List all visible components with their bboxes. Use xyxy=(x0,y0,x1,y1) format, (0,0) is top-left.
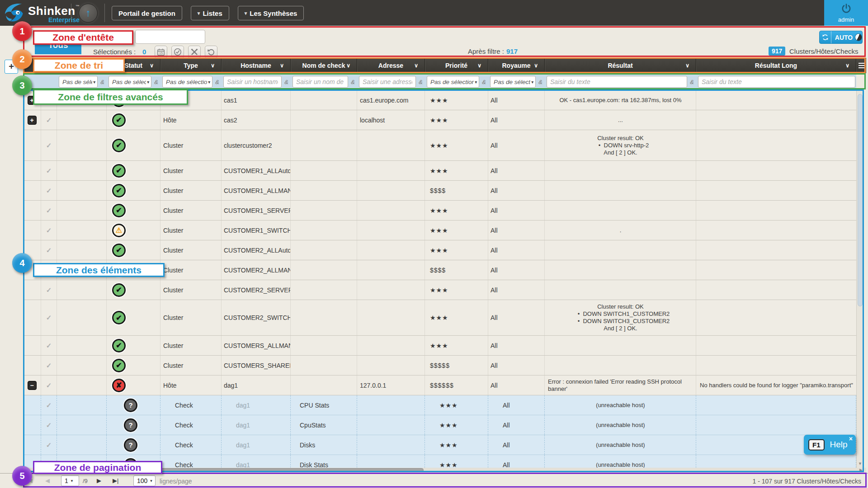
table-row[interactable]: ✓ Cluster CUSTOMER1_SERVERS ★★★ All xyxy=(23,201,856,221)
last-page-button[interactable]: ▶| xyxy=(113,477,118,484)
vertical-scrollbar[interactable]: ▼ xyxy=(856,90,863,468)
filter-select[interactable]: Pas de sélection ▾ xyxy=(427,76,479,88)
help-toast[interactable]: F1 Help × xyxy=(804,435,856,455)
filter-input[interactable] xyxy=(359,76,416,88)
filter-input[interactable] xyxy=(223,76,282,88)
row-checkbox[interactable]: ✓ xyxy=(41,455,57,468)
undo-button[interactable] xyxy=(205,46,217,58)
column-header[interactable]: Type ∨ xyxy=(160,58,222,73)
table-row[interactable]: ✓ Cluster CUSTOMER2_ALLMANU $$$$ All xyxy=(23,260,856,280)
table-row[interactable]: ✓ Check dag1 CpuStats ★★★ All (unreachab… xyxy=(23,415,856,435)
next-page-button[interactable]: ▶ xyxy=(97,477,101,484)
filter-select[interactable]: Pas de sélection ▾ xyxy=(59,76,98,88)
chevron-down-icon[interactable]: ∨ xyxy=(685,62,689,69)
row-checkbox[interactable]: ✓ xyxy=(41,415,57,435)
scroll-down-icon[interactable]: ▼ xyxy=(858,461,862,466)
table-row[interactable]: ✓ Check dag1 CPU Stats ★★★ All (unreacha… xyxy=(23,395,856,415)
row-checkbox[interactable]: ✓ xyxy=(41,395,57,415)
calendar-button[interactable]: 15 xyxy=(155,46,167,58)
scroll-right-icon[interactable]: ▶ xyxy=(859,468,863,472)
column-header[interactable]: Priorité ∨ xyxy=(425,58,488,73)
column-header[interactable]: Nom de check ∨ xyxy=(291,58,357,73)
auto-refresh-button[interactable]: AUTO xyxy=(819,31,863,44)
tools-button[interactable] xyxy=(188,46,201,58)
per-page-select[interactable]: 100 ▾ xyxy=(133,475,156,486)
previous-page-button[interactable]: ◀ xyxy=(45,477,50,484)
result-cell: . xyxy=(545,221,696,240)
table-row[interactable]: ✓ Cluster CUSTOMERS_SHARED $$$$$ All xyxy=(23,356,856,375)
view-name-input[interactable] xyxy=(135,30,205,44)
row-checkbox[interactable]: ✓ xyxy=(41,130,57,160)
column-header[interactable]: Royaume ∨ xyxy=(488,58,545,73)
chevron-down-icon[interactable]: ∨ xyxy=(346,62,350,69)
after-filter-count: 917 xyxy=(506,47,518,55)
shinken-logo[interactable]: Shinken™ Enterprise xyxy=(3,1,80,26)
row-checkbox[interactable]: ✓ xyxy=(41,356,57,375)
table-row[interactable]: ✓ Cluster CUSTOMER1_SWITCH ★★★ All . xyxy=(23,221,856,240)
table-row[interactable]: ✓ Cluster CUSTOMER2_SWITCH ★★★ All Clust… xyxy=(23,300,856,336)
user-menu[interactable]: admin xyxy=(824,0,868,26)
check-circle-button[interactable] xyxy=(171,46,184,58)
table-row[interactable]: + 15 ✓ Hôte cas2 localhost ★★★ All ... xyxy=(23,110,856,130)
filter-select[interactable]: Pas de sélection ▾ xyxy=(162,76,212,88)
scroll-left-icon[interactable]: ◀ xyxy=(26,468,29,472)
row-checkbox[interactable]: ✓ xyxy=(41,90,57,110)
chevron-down-icon[interactable]: ∨ xyxy=(211,62,215,69)
table-row[interactable]: ✓ Cluster clustercustomer2 ★★★ All Clust… xyxy=(23,130,856,161)
filter-input[interactable] xyxy=(292,76,348,88)
chevron-down-icon[interactable]: ∨ xyxy=(280,62,284,69)
close-icon[interactable]: × xyxy=(849,435,853,442)
filter-select[interactable]: Pas de sélection ▾ xyxy=(490,76,536,88)
row-checkbox[interactable]: ✓ xyxy=(41,300,57,335)
scroll-top-button[interactable]: ↑ xyxy=(79,4,98,23)
page-select[interactable]: 1 ▾ xyxy=(61,475,79,486)
column-header[interactable]: Hostname ∨ xyxy=(222,58,291,73)
table-row[interactable]: ✓ Cluster CUSTOMER2_ALLAuto ★★★ All xyxy=(23,240,856,260)
row-checkbox[interactable]: ✓ xyxy=(41,240,57,260)
expand-toggle-icon[interactable]: + xyxy=(28,96,37,105)
filter-input[interactable] xyxy=(547,76,687,88)
table-row[interactable]: ✓ Cluster CUSTOMER1_ALLAuto ★★★ All xyxy=(23,161,856,181)
column-header[interactable]: Résultat ∨ xyxy=(545,58,696,73)
chevron-down-icon[interactable]: ∨ xyxy=(477,62,481,69)
row-checkbox[interactable]: ✓ xyxy=(41,181,57,200)
column-header[interactable]: Statut ∨ xyxy=(107,58,160,73)
table-row[interactable]: ✓ Cluster CUSTOMERS_ALLMANU ★★★ All xyxy=(23,336,856,356)
chevron-down-icon[interactable]: ∨ xyxy=(414,62,418,69)
table-row[interactable]: + ✓ Hôte cas1 cas1.europe.com ★★★ All OK… xyxy=(23,90,856,110)
chevron-down-icon[interactable]: ∨ xyxy=(534,62,538,69)
row-checkbox[interactable]: ✓ xyxy=(41,435,57,455)
column-menu-icon[interactable] xyxy=(856,58,866,73)
row-checkbox[interactable]: ✓ xyxy=(41,336,57,355)
row-checkbox[interactable]: ✓ xyxy=(41,110,57,130)
table-row[interactable]: ✓ Cluster CUSTOMER2_SERVERS ★★★ All xyxy=(23,280,856,300)
row-checkbox[interactable]: ✓ xyxy=(41,201,57,220)
row-checkbox[interactable]: ✓ xyxy=(41,375,57,395)
chevron-down-icon[interactable]: ∨ xyxy=(845,62,849,69)
filter-select[interactable]: Pas de sélection ▾ xyxy=(108,76,151,88)
first-page-button[interactable]: ◀ xyxy=(28,477,33,484)
nav-button[interactable]: ▾ Listes xyxy=(191,6,229,20)
row-checkbox[interactable]: ✓ xyxy=(41,161,57,180)
row-checkbox[interactable]: ✓ xyxy=(41,280,57,300)
row-checkbox[interactable]: ✓ xyxy=(41,221,57,240)
table-row[interactable]: − ✓ Hôte dag1 127.0.0.1 $$$$$$ All Error… xyxy=(23,375,856,395)
row-checkbox[interactable]: ✓ xyxy=(41,260,57,280)
nav-button[interactable]: ▾ Les Synthèses xyxy=(238,6,304,20)
column-header[interactable]: Adresse ∨ xyxy=(357,58,425,73)
table-row[interactable]: ✓ Check dag1 Disk Stats ★★★ All (unreach… xyxy=(23,455,856,468)
vertical-scrollbar-thumb[interactable] xyxy=(858,94,863,306)
expand-toggle-icon[interactable]: + xyxy=(28,116,37,125)
nav-button[interactable]: Portail de gestion xyxy=(112,6,182,20)
horizontal-scrollbar-thumb[interactable] xyxy=(34,468,424,472)
filter-input[interactable] xyxy=(698,76,855,88)
horizontal-scrollbar[interactable]: ◀ ▶ xyxy=(23,468,866,473)
column-header[interactable]: Résultat Long ∨ xyxy=(696,58,856,73)
table-row[interactable]: ✓ Check dag1 Disks ★★★ All (unreachable … xyxy=(23,435,856,455)
chevron-down-icon[interactable]: ∨ xyxy=(150,62,154,69)
result-cell xyxy=(545,161,696,180)
expand-toggle-icon[interactable]: − xyxy=(28,381,37,390)
expand-all-button[interactable]: + xyxy=(5,60,18,74)
tab-tous[interactable]: Tous xyxy=(35,36,81,54)
table-row[interactable]: ✓ Cluster CUSTOMER1_ALLMANU $$$$ All xyxy=(23,181,856,201)
